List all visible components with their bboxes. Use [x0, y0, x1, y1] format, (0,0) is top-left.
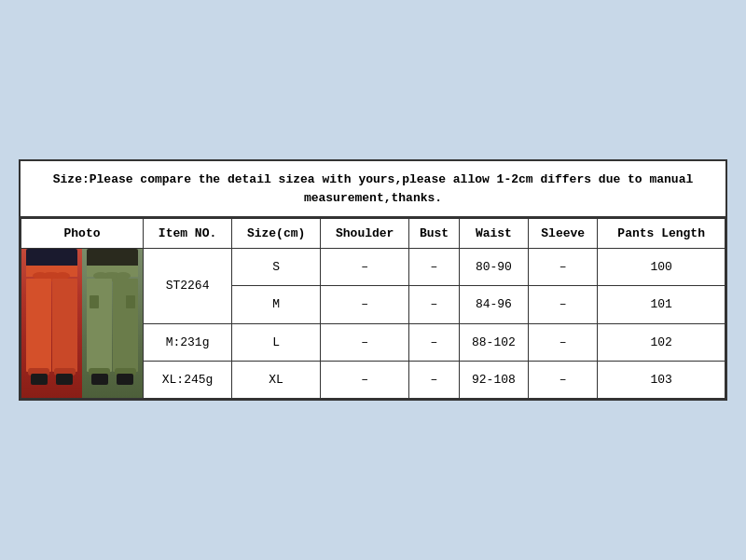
weight-m: M:231g: [144, 323, 232, 361]
item-code: ST2264: [144, 249, 232, 324]
pants-length-l: 102: [598, 323, 725, 361]
svg-rect-0: [26, 249, 77, 267]
shoulder-xl: –: [321, 361, 409, 398]
svg-rect-19: [126, 295, 135, 308]
weight-xl: XL:245g: [144, 361, 232, 398]
pants-length-m: 101: [598, 286, 725, 323]
header-size: Size(cm): [232, 219, 321, 249]
bust-m: –: [409, 286, 460, 323]
svg-rect-5: [26, 279, 51, 372]
waist-xl: 92-108: [459, 361, 528, 398]
sleeve-l: –: [529, 323, 598, 361]
pants-length-xl: 103: [598, 361, 725, 398]
sleeve-m: –: [529, 286, 598, 323]
svg-point-4: [55, 272, 70, 280]
header-pants-length: Pants Length: [598, 219, 725, 249]
svg-point-14: [93, 272, 108, 280]
bust-l: –: [409, 323, 460, 361]
header-photo: Photo: [21, 219, 144, 249]
svg-rect-23: [117, 374, 133, 385]
product-photo: [21, 249, 144, 399]
shoulder-m: –: [321, 286, 409, 323]
svg-rect-6: [52, 279, 77, 372]
waist-m: 84-96: [459, 286, 528, 323]
svg-point-3: [33, 272, 48, 280]
bust-s: –: [409, 249, 460, 286]
waist-s: 80-90: [459, 249, 528, 286]
svg-rect-9: [31, 374, 48, 385]
svg-rect-18: [90, 295, 99, 308]
size-m: M: [232, 286, 321, 323]
pants-length-s: 100: [598, 249, 725, 286]
size-l: L: [232, 323, 321, 361]
header-shoulder: Shoulder: [321, 219, 409, 249]
svg-rect-22: [91, 374, 108, 385]
svg-rect-17: [113, 279, 138, 372]
size-chart-container: Size:Please compare the detail sizea wit…: [19, 159, 727, 401]
waist-l: 88-102: [459, 323, 528, 361]
header-waist: Waist: [459, 219, 528, 249]
size-s: S: [232, 249, 321, 286]
header-bust: Bust: [409, 219, 460, 249]
size-xl: XL: [232, 361, 321, 398]
sleeve-xl: –: [529, 361, 598, 398]
svg-point-15: [116, 272, 131, 280]
shoulder-s: –: [321, 249, 409, 286]
bust-xl: –: [409, 361, 460, 398]
shoulder-l: –: [321, 323, 409, 361]
svg-rect-11: [87, 249, 138, 267]
sleeve-s: –: [529, 249, 598, 286]
svg-rect-16: [87, 279, 112, 372]
header-item-no: Item NO.: [144, 219, 232, 249]
svg-rect-10: [56, 374, 73, 385]
notice-text: Size:Please compare the detail sizea wit…: [21, 161, 725, 218]
header-sleeve: Sleeve: [529, 219, 598, 249]
